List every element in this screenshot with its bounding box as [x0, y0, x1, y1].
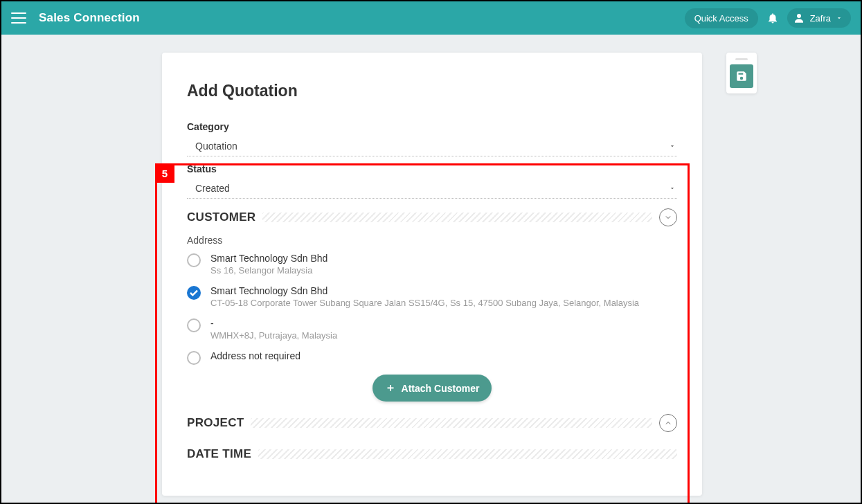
- address-title: -: [210, 318, 337, 329]
- page-title: Add Quotation: [187, 82, 677, 100]
- attach-customer-button[interactable]: ＋ Attach Customer: [372, 375, 492, 402]
- svg-point-0: [797, 14, 801, 18]
- caret-down-icon: [669, 143, 676, 150]
- category-value: Quotation: [195, 141, 237, 152]
- address-label: Address: [187, 235, 677, 246]
- radio-unchecked-icon: [187, 253, 201, 267]
- app-header: Sales Connection Quick Access Zafra: [1, 1, 861, 35]
- chevron-up-icon: [664, 419, 672, 427]
- datetime-section-title: DATE TIME: [187, 447, 251, 461]
- bell-icon[interactable]: [766, 12, 779, 24]
- address-title: Smart Technology Sdn Bhd: [210, 285, 639, 296]
- address-option[interactable]: Smart Technology Sdn BhdCT-05-18 Corpora…: [187, 285, 677, 308]
- floating-toolbar: [726, 53, 757, 93]
- project-collapse-button[interactable]: [659, 414, 677, 432]
- caret-down-icon: [669, 185, 676, 192]
- chevron-down-icon: [836, 15, 843, 21]
- status-value: Created: [195, 183, 230, 194]
- address-subtitle: WMHX+8J, Putrajaya, Malaysia: [210, 330, 337, 341]
- divider: [258, 449, 677, 459]
- address-subtitle: Ss 16, Selangor Malaysia: [210, 265, 327, 276]
- chevron-down-icon: [664, 213, 672, 222]
- category-label: Category: [187, 121, 677, 132]
- status-label: Status: [187, 163, 677, 174]
- drag-handle-icon[interactable]: [735, 58, 748, 60]
- category-select[interactable]: Quotation: [187, 136, 677, 156]
- address-option[interactable]: Smart Technology Sdn BhdSs 16, Selangor …: [187, 253, 677, 276]
- address-title: Smart Technology Sdn Bhd: [210, 253, 327, 264]
- divider: [251, 418, 652, 428]
- plus-icon: ＋: [385, 381, 396, 395]
- menu-icon[interactable]: [11, 12, 26, 24]
- address-title: Address not required: [210, 350, 300, 361]
- quick-access-button[interactable]: Quick Access: [685, 8, 758, 28]
- user-menu[interactable]: Zafra: [787, 8, 851, 28]
- form-card: Add Quotation Category Quotation Status …: [162, 53, 702, 496]
- radio-unchecked-icon: [187, 318, 201, 332]
- status-select[interactable]: Created: [187, 179, 677, 199]
- address-subtitle: CT-05-18 Corporate Tower Subang Square J…: [210, 298, 639, 308]
- save-button[interactable]: [730, 64, 753, 88]
- radio-checked-icon: [187, 286, 201, 300]
- attach-customer-label: Attach Customer: [402, 383, 480, 394]
- address-option[interactable]: -WMHX+8J, Putrajaya, Malaysia: [187, 318, 677, 341]
- user-name: Zafra: [810, 13, 831, 24]
- project-section-title: PROJECT: [187, 416, 244, 430]
- address-option[interactable]: Address not required: [187, 350, 677, 365]
- brand-title: Sales Connection: [39, 11, 140, 25]
- user-icon: [793, 12, 805, 24]
- radio-unchecked-icon: [187, 351, 201, 365]
- divider: [262, 213, 652, 222]
- customer-collapse-button[interactable]: [659, 208, 677, 226]
- customer-section-title: CUSTOMER: [187, 210, 255, 224]
- save-icon: [735, 70, 748, 82]
